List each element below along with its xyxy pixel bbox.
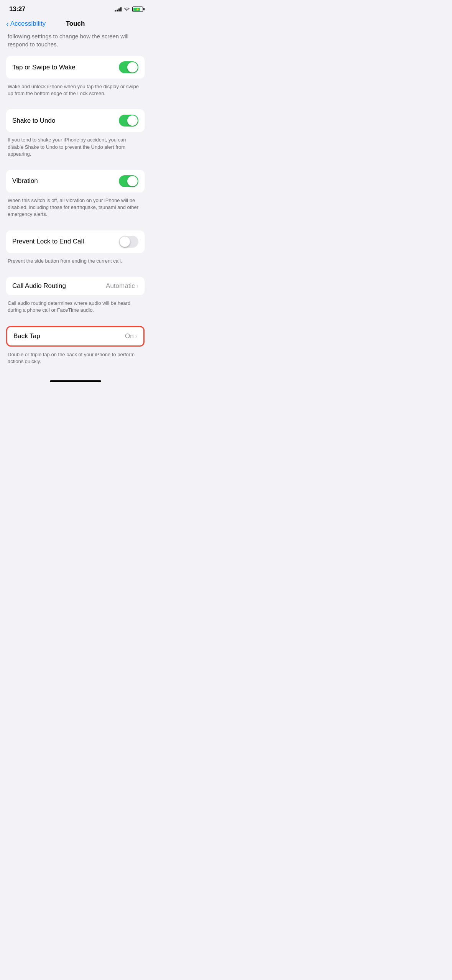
- status-time: 13:27: [9, 5, 25, 13]
- signal-strength-icon: [115, 7, 122, 12]
- tap-swipe-wake-description: Wake and unlock iPhone when you tap the …: [6, 82, 145, 103]
- back-tap-label: Back Tap: [13, 332, 40, 340]
- vibration-card: Vibration: [6, 170, 145, 192]
- prevent-lock-section: Prevent Lock to End Call Prevent the sid…: [6, 230, 145, 271]
- call-audio-value-group: Automatic ›: [106, 282, 138, 290]
- back-tap-row[interactable]: Back Tap On ›: [7, 327, 143, 345]
- status-bar: 13:27 ⚡: [0, 0, 151, 17]
- tap-swipe-wake-toggle[interactable]: [119, 61, 138, 73]
- wifi-icon: [124, 7, 130, 12]
- chevron-right-icon: ›: [135, 333, 137, 340]
- shake-undo-toggle[interactable]: [119, 115, 138, 127]
- call-audio-card: Call Audio Routing Automatic ›: [6, 277, 145, 295]
- vibration-description: When this switch is off, all vibration o…: [6, 196, 145, 224]
- prevent-lock-description: Prevent the side button from ending the …: [6, 256, 145, 271]
- tap-swipe-wake-section: Tap or Swipe to Wake Wake and unlock iPh…: [6, 56, 145, 103]
- shake-undo-row: Shake to Undo: [6, 109, 145, 132]
- back-tap-value-group: On ›: [125, 332, 137, 340]
- shake-undo-section: Shake to Undo If you tend to shake your …: [6, 109, 145, 164]
- prevent-lock-card: Prevent Lock to End Call: [6, 230, 145, 253]
- shake-undo-description: If you tend to shake your iPhone by acci…: [6, 135, 145, 164]
- home-indicator: [0, 377, 151, 386]
- nav-bar: ‹ Accessibility Touch: [0, 17, 151, 32]
- call-audio-description: Call audio routing determines where audi…: [6, 298, 145, 320]
- chevron-right-icon: ›: [136, 283, 138, 289]
- page-title: Touch: [66, 20, 85, 28]
- shake-undo-label: Shake to Undo: [12, 117, 55, 125]
- toggle-knob: [120, 237, 130, 247]
- tap-swipe-wake-card: Tap or Swipe to Wake: [6, 56, 145, 79]
- back-tap-section: Back Tap On › Double or triple tap on th…: [6, 326, 145, 371]
- shake-undo-card: Shake to Undo: [6, 109, 145, 132]
- call-audio-section: Call Audio Routing Automatic › Call audi…: [6, 277, 145, 320]
- content-area: following settings to change how the scr…: [0, 32, 151, 371]
- prevent-lock-label: Prevent Lock to End Call: [12, 238, 84, 245]
- back-tap-description: Double or triple tap on the back of your…: [6, 350, 145, 371]
- call-audio-value: Automatic: [106, 282, 135, 290]
- toggle-knob: [127, 176, 138, 186]
- intro-text: following settings to change how the scr…: [6, 32, 145, 56]
- status-icons: ⚡: [115, 7, 143, 12]
- prevent-lock-row: Prevent Lock to End Call: [6, 230, 145, 253]
- vibration-section: Vibration When this switch is off, all v…: [6, 170, 145, 224]
- call-audio-row[interactable]: Call Audio Routing Automatic ›: [6, 277, 145, 295]
- toggle-knob: [127, 115, 138, 126]
- back-tap-card[interactable]: Back Tap On ›: [6, 326, 145, 347]
- vibration-row: Vibration: [6, 170, 145, 192]
- back-tap-value: On: [125, 332, 134, 340]
- tap-swipe-wake-label: Tap or Swipe to Wake: [12, 64, 76, 71]
- toggle-knob: [127, 62, 138, 72]
- back-chevron-icon: ‹: [6, 20, 9, 28]
- battery-icon: ⚡: [132, 7, 143, 12]
- prevent-lock-toggle[interactable]: [119, 236, 138, 248]
- vibration-toggle[interactable]: [119, 175, 138, 187]
- back-button[interactable]: ‹ Accessibility: [6, 20, 46, 28]
- vibration-label: Vibration: [12, 177, 38, 185]
- call-audio-label: Call Audio Routing: [12, 282, 66, 290]
- back-label: Accessibility: [10, 20, 46, 28]
- home-bar: [50, 380, 101, 382]
- tap-swipe-wake-row: Tap or Swipe to Wake: [6, 56, 145, 79]
